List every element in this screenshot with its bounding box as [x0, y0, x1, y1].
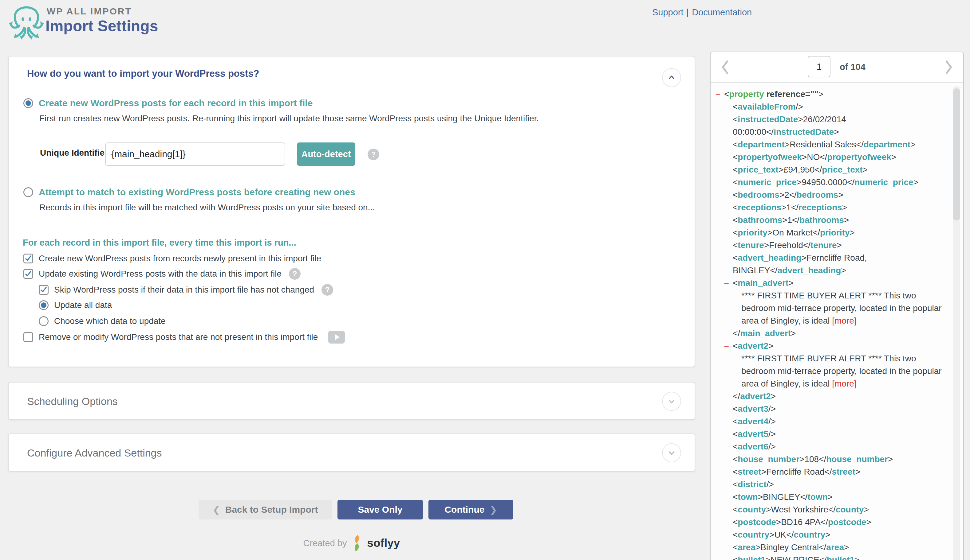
xml-preview-panel: of 104 –<property reference=""><availabl…	[710, 52, 964, 560]
back-to-setup-button[interactable]: ❮ Back to Setup Import	[199, 500, 332, 520]
wp-all-import-octopus-logo	[8, 4, 44, 42]
match-existing-label[interactable]: Attempt to match to existing WordPress p…	[39, 187, 355, 197]
continue-button-label: Continue	[445, 505, 484, 515]
unique-identifier-help-icon[interactable]: ?	[368, 148, 379, 160]
import-settings-panel: How do you want to import your WordPress…	[8, 56, 695, 367]
choose-data-radio[interactable]	[39, 316, 48, 326]
soflyy-brand-text: soflyy	[367, 537, 400, 550]
xml-line: <bedrooms>2</bedrooms>	[711, 188, 963, 201]
xml-code: –<property reference=""><availableFrom/>…	[711, 83, 963, 560]
option-row-update-existing: Update existing WordPress posts with the…	[23, 268, 301, 279]
remove-missing-label[interactable]: Remove or modify WordPress posts that ar…	[39, 332, 318, 342]
update-existing-label[interactable]: Update existing WordPress posts with the…	[39, 269, 281, 279]
footer: Created by soflyy	[8, 534, 695, 552]
unique-identifier-input[interactable]	[105, 142, 285, 166]
xml-line: <receptions>1</receptions>	[711, 201, 963, 214]
previous-record-icon[interactable]	[721, 60, 729, 74]
xml-line: <house_number>108</house_number>	[711, 453, 963, 465]
option-row-update-all: Update all data	[39, 300, 112, 311]
xml-line: **** FIRST TIME BUYER ALERT **** This tw…	[711, 289, 963, 327]
update-all-radio[interactable]	[39, 300, 48, 310]
collapse-node-toggle[interactable]: –	[724, 340, 729, 352]
xml-line: <advert_heading>Ferncliffe Road, BINGLEY…	[711, 252, 963, 277]
xml-line: <numeric_price>94950.0000</numeric_price…	[711, 176, 963, 188]
xml-line: <instructedDate>26/02/2014 00:00:00</ins…	[711, 113, 963, 138]
update-existing-help-icon[interactable]: ?	[289, 268, 301, 280]
create-new-posts-option: Create new WordPress posts for each reco…	[23, 98, 313, 109]
chevron-down-icon	[667, 397, 676, 406]
skip-unchanged-label[interactable]: Skip WordPress posts if their data in th…	[54, 285, 314, 295]
match-existing-radio[interactable]	[23, 187, 33, 197]
collapse-panel-button[interactable]	[662, 68, 681, 87]
xml-line: –<advert2>	[711, 340, 963, 352]
continue-button[interactable]: Continue ❯	[428, 500, 513, 520]
scheduling-options-panel[interactable]: Scheduling Options	[8, 382, 695, 420]
update-existing-checkbox[interactable]	[23, 269, 33, 279]
xml-line: <district/>	[711, 478, 963, 491]
xml-line: <street>Ferncliffe Road</street>	[711, 465, 963, 478]
every-run-heading: For each record in this import file, eve…	[23, 238, 296, 248]
soflyy-logo-icon	[351, 534, 363, 552]
option-row-create-new-records: Create new WordPress posts from records …	[23, 253, 321, 264]
back-button-label: Back to Setup Import	[225, 505, 318, 515]
collapse-node-toggle[interactable]: –	[724, 277, 729, 289]
expand-scheduling-button[interactable]	[662, 392, 681, 411]
scheduling-options-title: Scheduling Options	[27, 395, 118, 407]
create-new-records-label[interactable]: Create new WordPress posts from records …	[39, 253, 321, 263]
xml-line: <department>Residential Sales</departmen…	[711, 138, 963, 151]
xml-line: <advert4/>	[711, 415, 963, 428]
more-link[interactable]: [more]	[832, 316, 856, 325]
xml-line: –<property reference="">	[711, 88, 963, 100]
create-new-posts-description: First run creates new WordPress posts. R…	[39, 113, 539, 123]
xml-line: <postcode>BD16 4PA</postcode>	[711, 516, 963, 528]
xml-line: </main_advert>	[711, 327, 963, 340]
auto-detect-button[interactable]: Auto-detect	[297, 142, 355, 166]
match-existing-option: Attempt to match to existing WordPress p…	[23, 187, 355, 198]
support-link[interactable]: Support	[652, 7, 684, 17]
update-all-label[interactable]: Update all data	[54, 300, 112, 310]
advanced-settings-panel[interactable]: Configure Advanced Settings	[8, 433, 695, 472]
created-by-text: Created by	[303, 538, 347, 548]
xml-line: <town>BINGLEY</town>	[711, 491, 963, 503]
checkmark-icon	[25, 255, 32, 262]
create-new-posts-radio[interactable]	[23, 98, 33, 108]
next-record-icon[interactable]	[945, 60, 953, 74]
xml-line: <priority>On Market</priority>	[711, 226, 963, 239]
option-row-skip-unchanged: Skip WordPress posts if their data in th…	[39, 284, 333, 295]
chevron-right-icon: ❯	[489, 505, 497, 515]
remove-missing-checkbox[interactable]	[23, 332, 33, 342]
match-existing-description: Records in this import file will be matc…	[39, 203, 375, 212]
create-new-records-checkbox[interactable]	[23, 253, 33, 263]
chevron-down-icon	[667, 448, 676, 457]
xml-line: <advert3/>	[711, 402, 963, 415]
xml-line: –<main_advert>	[711, 277, 963, 289]
record-number-input[interactable]	[808, 56, 830, 77]
xml-line: </advert2>	[711, 390, 963, 402]
option-row-choose-data: Choose which data to update	[39, 316, 166, 327]
checkmark-icon	[25, 270, 32, 278]
create-new-posts-label[interactable]: Create new WordPress posts for each reco…	[39, 98, 313, 108]
brand-name: WP ALL IMPORT	[47, 6, 132, 17]
xml-line: **** FIRST TIME BUYER ALERT **** This tw…	[711, 352, 963, 390]
save-only-button[interactable]: Save Only	[338, 500, 423, 520]
xml-line: <county>West Yorkshire</county>	[711, 503, 963, 516]
record-pagination: of 104	[711, 52, 963, 83]
advanced-settings-title: Configure Advanced Settings	[27, 447, 162, 459]
import-question-heading: How do you want to import your WordPress…	[27, 68, 259, 79]
play-icon	[335, 334, 340, 340]
skip-unchanged-checkbox[interactable]	[39, 285, 48, 295]
xml-line: <country>UK</country>	[711, 528, 963, 541]
skip-unchanged-help-icon[interactable]: ?	[321, 284, 333, 296]
xml-line: <advert6/>	[711, 440, 963, 453]
chevron-left-icon: ❮	[213, 505, 221, 515]
expand-advanced-button[interactable]	[662, 443, 681, 462]
option-row-remove-missing: Remove or modify WordPress posts that ar…	[23, 332, 345, 343]
collapse-node-toggle[interactable]: –	[716, 88, 721, 100]
chevron-up-icon	[667, 73, 676, 82]
more-link[interactable]: [more]	[832, 379, 856, 388]
choose-data-label[interactable]: Choose which data to update	[54, 316, 166, 326]
documentation-link[interactable]: Documentation	[692, 7, 752, 17]
xml-scrollbar-thumb[interactable]	[953, 88, 960, 220]
video-tutorial-button[interactable]	[328, 331, 345, 343]
save-button-label: Save Only	[358, 505, 402, 515]
